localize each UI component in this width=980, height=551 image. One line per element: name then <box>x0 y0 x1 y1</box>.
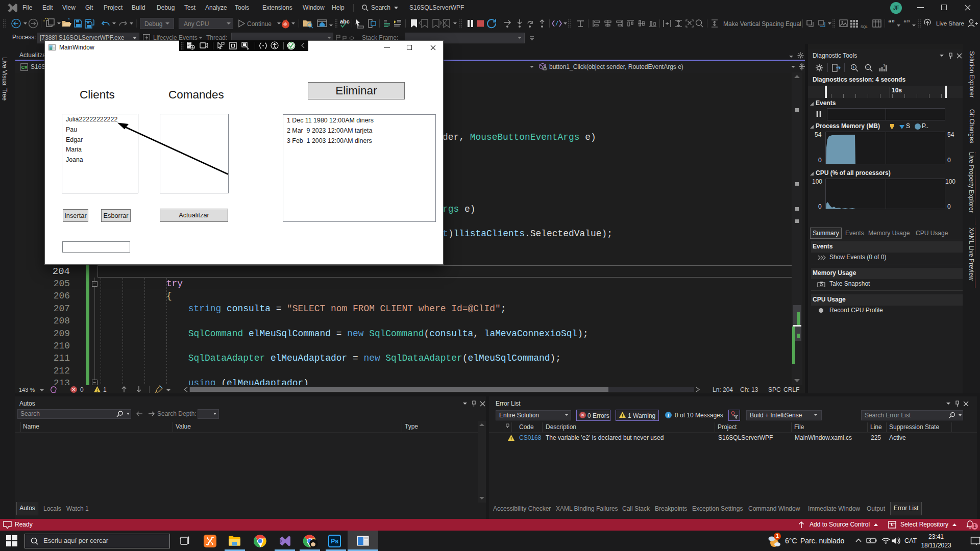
svg-text:“”: “” <box>903 19 910 27</box>
svg-text:“”: “” <box>888 19 895 27</box>
svg-text:C#: C# <box>21 65 28 70</box>
svg-text:abc: abc <box>340 18 350 24</box>
svg-text:?: ? <box>883 63 886 68</box>
svg-text:SQL: SQL <box>861 25 868 29</box>
